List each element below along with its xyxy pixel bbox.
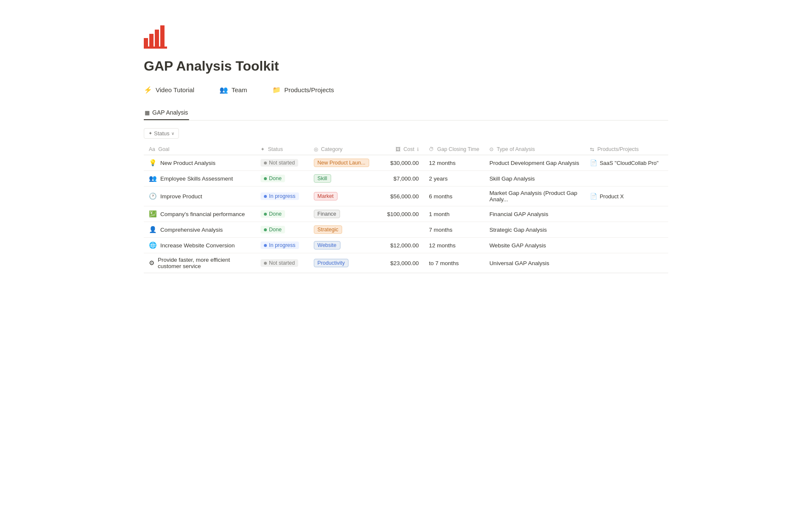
status-cell[interactable]: In progress [255, 186, 309, 206]
status-cell[interactable]: Done [255, 171, 309, 186]
status-badge[interactable]: Not started [261, 159, 298, 167]
cost-info-icon: ℹ [417, 147, 419, 152]
status-cell[interactable]: Done [255, 222, 309, 238]
status-badge[interactable]: Done [261, 210, 285, 218]
logo [144, 25, 668, 58]
gap-closing-time-cell: to 7 months [424, 253, 484, 273]
category-badge[interactable]: Skill [314, 174, 331, 183]
goal-cell: 💡New Product Analysis [144, 155, 255, 171]
col-header-category: ◎ Category [309, 144, 376, 155]
table-row[interactable]: 👥Employee Skills AssessmentDoneSkill$7,0… [144, 171, 668, 186]
cost-cell: $7,000.00 [376, 171, 424, 186]
goal-icon: 🌐 [149, 241, 157, 249]
status-badge[interactable]: Done [261, 175, 285, 182]
category-cell[interactable]: Finance [309, 206, 376, 222]
category-icon: ◎ [314, 146, 318, 152]
filter-settings-icon: ✦ [148, 131, 152, 136]
category-badge[interactable]: Market [314, 192, 337, 200]
category-cell[interactable]: Productivity [309, 253, 376, 273]
status-label: In progress [269, 242, 296, 248]
category-badge[interactable]: Strategic [314, 225, 342, 234]
projects-cell [585, 253, 668, 273]
cost-cell: $56,000.00 [376, 186, 424, 206]
gap-closing-time-cell: 12 months [424, 238, 484, 253]
category-badge[interactable]: Productivity [314, 259, 349, 267]
cost-cell: $23,000.00 [376, 253, 424, 273]
status-cell[interactable]: In progress [255, 238, 309, 253]
document-icon: 📄 [590, 193, 597, 200]
status-badge[interactable]: In progress [261, 241, 299, 249]
table-row[interactable]: 👤Comprehensive AnalysisDoneStrategic7 mo… [144, 222, 668, 238]
type-of-analysis-cell: Market Gap Analysis (Product Gap Analy..… [484, 186, 585, 206]
table-row[interactable]: 💹Company's financial performanceDoneFina… [144, 206, 668, 222]
projects-cell: 📄Product X [585, 186, 668, 206]
status-cell[interactable]: Done [255, 206, 309, 222]
category-badge[interactable]: Website [314, 241, 340, 249]
table-row[interactable]: ⚙Provide faster, more efficient customer… [144, 253, 668, 273]
projects-cell: 📄SaaS "CloudCollab Pro" [585, 155, 668, 171]
category-cell[interactable]: New Product Laun... [309, 155, 376, 171]
category-cell[interactable]: Market [309, 186, 376, 206]
gap-closing-time-cell: 7 months [424, 222, 484, 238]
tab-gap-analysis[interactable]: ▦ GAP Analysis [144, 106, 189, 120]
svg-rect-4 [144, 47, 167, 49]
status-label: Not started [269, 160, 295, 166]
goal-text: Company's financial performance [160, 211, 245, 217]
status-cell[interactable]: Not started [255, 253, 309, 273]
goal-icon: 💡 [149, 159, 157, 167]
status-dot [264, 213, 267, 216]
gap-closing-time-cell: 12 months [424, 155, 484, 171]
status-dot [264, 177, 267, 180]
table-row[interactable]: 🕐Improve ProductIn progressMarket$56,000… [144, 186, 668, 206]
status-filter-label: Status [154, 130, 170, 137]
goal-icon: ⚙ [149, 259, 154, 267]
nav-team-label: Team [231, 86, 247, 93]
category-cell[interactable]: Strategic [309, 222, 376, 238]
col-header-type: ⊙ Type of Analysis [484, 144, 585, 155]
goal-icon: 👥 [149, 175, 157, 182]
team-icon: 👥 [219, 86, 228, 94]
cost-cell: $30,000.00 [376, 155, 424, 171]
type-of-analysis-cell: Universal GAP Analysis [484, 253, 585, 273]
category-cell[interactable]: Website [309, 238, 376, 253]
type-of-analysis-cell: Website GAP Analysis [484, 238, 585, 253]
table-row[interactable]: 🌐Increase Website ConversionIn progressW… [144, 238, 668, 253]
status-dot [264, 195, 267, 198]
cost-icon: 🖼 [395, 146, 401, 152]
type-of-analysis-cell: Strategic Gap Analysis [484, 222, 585, 238]
status-label: In progress [269, 193, 296, 199]
cost-cell: $12,000.00 [376, 238, 424, 253]
status-badge[interactable]: Not started [261, 259, 298, 267]
cost-cell [376, 222, 424, 238]
svg-rect-1 [149, 34, 154, 49]
goal-cell: ⚙Provide faster, more efficient customer… [144, 253, 255, 273]
table-row[interactable]: 💡New Product AnalysisNot startedNew Prod… [144, 155, 668, 171]
status-cell[interactable]: Not started [255, 155, 309, 171]
col-header-projects: ⇆ Products/Projects [585, 144, 668, 155]
nav-products-projects[interactable]: 📁 Products/Projects [272, 86, 334, 94]
goal-cell: 🌐Increase Website Conversion [144, 238, 255, 253]
status-badge[interactable]: In progress [261, 192, 299, 200]
goal-icon: 👤 [149, 226, 157, 233]
folder-icon: 📁 [272, 86, 281, 94]
chevron-down-icon: ∨ [171, 131, 174, 136]
text-icon: Aa [149, 146, 155, 152]
gap-closing-time-cell: 2 years [424, 171, 484, 186]
type-icon: ⊙ [489, 146, 494, 152]
category-badge[interactable]: Finance [314, 210, 340, 218]
status-filter-button[interactable]: ✦ Status ∨ [144, 128, 179, 139]
nav-links: ⚡ Video Tutorial 👥 Team 📁 Products/Proje… [144, 86, 668, 94]
goal-text: Provide faster, more efficient customer … [158, 257, 250, 269]
nav-team[interactable]: 👥 Team [219, 86, 247, 94]
projects-cell [585, 206, 668, 222]
goal-text: Employee Skills Assessment [160, 175, 233, 182]
goal-cell: 👥Employee Skills Assessment [144, 171, 255, 186]
projects-cell [585, 238, 668, 253]
nav-video-tutorial[interactable]: ⚡ Video Tutorial [144, 86, 194, 94]
category-badge[interactable]: New Product Laun... [314, 159, 369, 167]
projects-cell [585, 222, 668, 238]
status-badge[interactable]: Done [261, 226, 285, 233]
goal-cell: 💹Company's financial performance [144, 206, 255, 222]
category-cell[interactable]: Skill [309, 171, 376, 186]
status-dot [264, 262, 267, 265]
